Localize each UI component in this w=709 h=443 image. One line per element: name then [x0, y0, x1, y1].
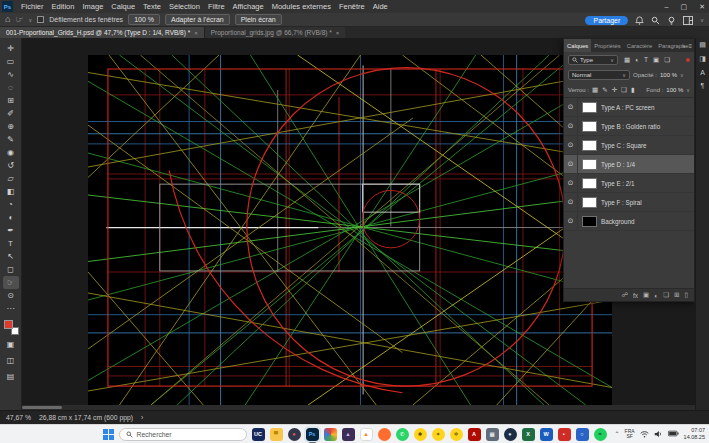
zoom-100-button[interactable]: 100 %: [128, 14, 160, 25]
layer-thumbnail[interactable]: [582, 178, 597, 189]
fullscreen-button[interactable]: Plein écran: [235, 14, 282, 25]
document-canvas[interactable]: [88, 55, 612, 405]
layer-row[interactable]: ⊙Type F : Spiral: [564, 193, 694, 212]
app-steam[interactable]: ●: [504, 428, 517, 441]
lock-artboard-icon[interactable]: ❏: [621, 86, 627, 94]
opacity-value[interactable]: 100 %: [660, 72, 677, 78]
app-vlc[interactable]: ▲: [360, 428, 373, 441]
pen-tool[interactable]: ✒: [3, 224, 19, 237]
blend-mode-select[interactable]: Normal ∨: [568, 70, 630, 80]
layer-visibility-eye-icon[interactable]: ⊙: [564, 98, 578, 116]
maximize-button[interactable]: ▢: [681, 3, 688, 11]
panel-overflow-icon[interactable]: »: [682, 43, 685, 49]
app-red-square[interactable]: ▪: [558, 428, 571, 441]
history-brush-tool[interactable]: ↺: [3, 159, 19, 172]
app-blue-square[interactable]: ○: [576, 428, 589, 441]
delete-layer-icon[interactable]: ▯: [684, 291, 688, 299]
path-selection-tool[interactable]: ↖: [3, 250, 19, 263]
menu-item-edition[interactable]: Edition: [48, 2, 79, 11]
horizontal-scrollbar-thumb[interactable]: [22, 406, 62, 409]
character-panel-icon[interactable]: A: [700, 69, 705, 76]
layer-group-icon[interactable]: ❏: [663, 291, 669, 299]
filter-toggle-icon[interactable]: [686, 58, 690, 62]
app-excel[interactable]: X: [522, 428, 535, 441]
pixel-filter-icon[interactable]: ▦: [624, 56, 630, 64]
layer-visibility-eye-icon[interactable]: ⊙: [564, 193, 578, 211]
smart-object-filter-icon[interactable]: ❏: [664, 56, 670, 64]
layer-row[interactable]: ⊙Type B : Golden ratio: [564, 117, 694, 136]
opacity-chevron-icon[interactable]: ∨: [680, 72, 684, 78]
share-button[interactable]: Partager: [585, 16, 628, 25]
menu-item-aide[interactable]: Aide: [369, 2, 392, 11]
edit-toolbar-button[interactable]: ⋯: [3, 302, 19, 315]
layer-thumbnail[interactable]: [582, 197, 597, 208]
tab-close-icon[interactable]: ×: [336, 30, 340, 36]
layer-thumbnail[interactable]: [582, 121, 597, 132]
app-whatsapp[interactable]: ✆: [396, 428, 409, 441]
app-dark-browser[interactable]: ●: [288, 428, 301, 441]
layer-style-icon[interactable]: fx: [633, 292, 638, 299]
layer-visibility-eye-icon[interactable]: ⊙: [564, 155, 578, 173]
zoom-tool[interactable]: ⊙: [3, 289, 19, 302]
battery-icon[interactable]: [668, 430, 679, 437]
menu-item-fichier[interactable]: Fichier: [17, 2, 48, 11]
move-tool[interactable]: ✛: [3, 42, 19, 55]
tab-proprietes[interactable]: Propriétés: [591, 39, 623, 52]
taskbar-clock[interactable]: 07:0714.08.25: [684, 427, 705, 441]
home-icon[interactable]: ⌂: [5, 15, 10, 24]
tab-psd-document[interactable]: 001-Proportional_Grids_H.psd @ 47,7% (Ty…: [0, 27, 204, 38]
tab-close-icon[interactable]: ×: [194, 30, 198, 36]
type-tool[interactable]: T: [3, 237, 19, 250]
panel-menu-icon[interactable]: ≡: [688, 43, 692, 49]
extra-mode-icon[interactable]: ▤: [3, 370, 19, 383]
type-filter-icon[interactable]: T: [644, 56, 648, 64]
layer-visibility-eye-icon[interactable]: ⊙: [564, 136, 578, 154]
crop-tool[interactable]: ⊞: [3, 94, 19, 107]
layer-filter-combobox[interactable]: Type ∨: [568, 55, 618, 65]
clone-stamp-tool[interactable]: ◉: [3, 146, 19, 159]
blur-tool[interactable]: ◔: [3, 198, 19, 211]
screen-mode-icon[interactable]: ◫: [3, 354, 19, 367]
lock-transparency-icon[interactable]: ▦: [592, 86, 598, 94]
app-acrobat[interactable]: A: [468, 428, 481, 441]
app-photoshop[interactable]: Ps: [306, 428, 319, 441]
layer-visibility-eye-icon[interactable]: ⊙: [564, 174, 578, 192]
tab-caractere[interactable]: Caractère: [624, 39, 655, 52]
volume-icon[interactable]: [654, 430, 663, 438]
layer-row[interactable]: ⊙Type C : Square: [564, 136, 694, 155]
layer-visibility-eye-icon[interactable]: ⊙: [564, 212, 578, 230]
shape-filter-icon[interactable]: ▣: [653, 56, 659, 64]
app-calculator[interactable]: ▦: [486, 428, 499, 441]
dodge-tool[interactable]: ◖: [3, 211, 19, 224]
app-purple-editor[interactable]: ▲: [342, 428, 355, 441]
layer-thumbnail[interactable]: [582, 102, 597, 113]
close-button[interactable]: ✕: [699, 3, 705, 11]
layer-thumbnail[interactable]: [582, 140, 597, 151]
adjustment-filter-icon[interactable]: ◐: [635, 56, 639, 64]
eyedropper-tool[interactable]: ✐: [3, 107, 19, 120]
quick-selection-tool[interactable]: ◌: [3, 81, 19, 94]
menu-item-image[interactable]: Image: [78, 2, 107, 11]
app-firefox[interactable]: [378, 428, 391, 441]
search-icon[interactable]: [651, 16, 660, 25]
app-word[interactable]: W: [540, 428, 553, 441]
tab-calques[interactable]: Calques: [564, 39, 591, 52]
shape-tool[interactable]: ◻: [3, 263, 19, 276]
chevron-down-icon[interactable]: ∨: [29, 17, 33, 23]
link-layers-icon[interactable]: ☍: [621, 291, 628, 299]
lock-paint-icon[interactable]: ✎: [602, 86, 607, 94]
tray-chevron-icon[interactable]: ⌃: [615, 430, 620, 437]
properties-panel-icon[interactable]: ◨: [699, 55, 706, 63]
layer-row[interactable]: ⊙Background: [564, 212, 694, 231]
foreground-color-swatch[interactable]: [4, 320, 13, 329]
lasso-tool[interactable]: ∿: [3, 68, 19, 81]
layer-mask-icon[interactable]: ▣: [643, 291, 649, 299]
discover-bulb-icon[interactable]: [667, 16, 676, 25]
layer-thumbnail[interactable]: [582, 159, 597, 170]
zoom-level-field[interactable]: 47,67 %: [6, 414, 31, 421]
scroll-all-windows-checkbox[interactable]: [37, 16, 44, 23]
lock-move-icon[interactable]: ✛: [612, 86, 617, 94]
app-yellow-3[interactable]: ✲: [450, 428, 463, 441]
taskbar-search[interactable]: Rechercher: [119, 428, 247, 441]
bell-icon[interactable]: [635, 16, 644, 25]
